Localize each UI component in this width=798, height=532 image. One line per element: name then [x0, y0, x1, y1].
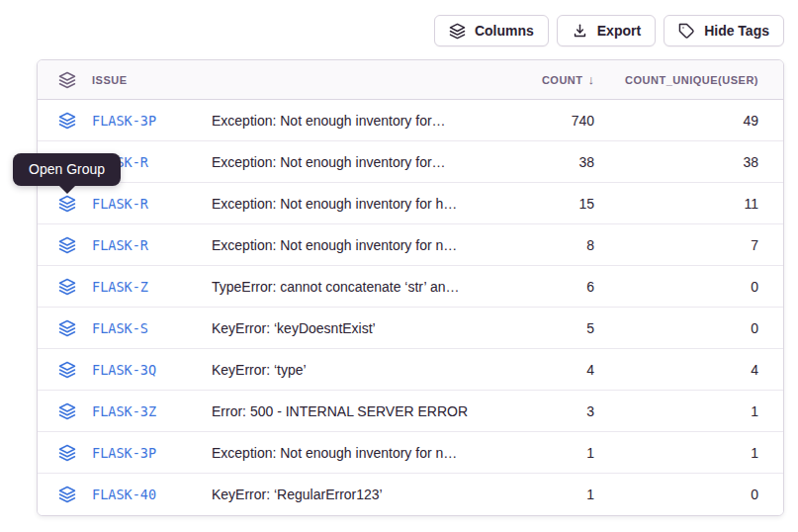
open-group-stack-icon[interactable] [58, 444, 76, 462]
open-group-stack-icon[interactable] [58, 195, 76, 213]
count-unique-value: 49 [594, 113, 758, 129]
issue-link[interactable]: FLASK-3P [92, 445, 156, 461]
table-row[interactable]: FLASK-3P Exception: Not enough inventory… [38, 100, 783, 141]
tag-icon [678, 23, 695, 40]
count-value: 38 [486, 154, 594, 170]
download-icon [572, 23, 588, 40]
count-unique-value: 11 [594, 196, 758, 212]
issue-cell: FLASK-3Q [38, 361, 212, 379]
open-group-stack-icon[interactable] [58, 402, 76, 420]
column-header-count-unique[interactable]: COUNT_UNIQUE(USER) [594, 74, 758, 86]
open-group-stack-icon[interactable] [58, 278, 76, 296]
issue-message: KeyError: ‘type’ [212, 362, 486, 378]
count-value: 1 [486, 445, 594, 461]
open-group-tooltip-label: Open Group [29, 161, 105, 177]
table-row[interactable]: FLASK-R Exception: Not enough inventory … [38, 183, 783, 224]
table-row[interactable]: FLASK-3Q KeyError: ‘type’ 4 4 [38, 349, 783, 391]
issue-link[interactable]: FLASK-3Z [92, 403, 156, 419]
issue-link[interactable]: FLASK-3Q [92, 362, 156, 378]
count-value: 1 [486, 487, 594, 502]
issue-message: Exception: Not enough inventory for… [212, 154, 486, 170]
layers-icon [449, 23, 466, 40]
issue-link[interactable]: FLASK-R [92, 196, 148, 212]
count-value: 5 [486, 320, 594, 336]
table-row[interactable]: FLASK-3P Exception: Not enough inventory… [38, 432, 783, 474]
issue-column-label[interactable]: ISSUE [92, 74, 128, 86]
issue-cell: FLASK-3P [38, 444, 212, 462]
issue-message: Exception: Not enough inventory for n… [212, 445, 486, 461]
count-unique-value: 1 [594, 445, 758, 461]
columns-button[interactable]: Columns [434, 15, 549, 46]
count-unique-value: 4 [594, 362, 758, 378]
open-group-stack-icon[interactable] [58, 361, 76, 379]
issue-link[interactable]: FLASK-R [92, 237, 148, 253]
issue-message: Error: 500 - INTERNAL SERVER ERROR [212, 403, 486, 419]
open-group-stack-icon[interactable] [58, 319, 76, 337]
count-unique-value: 7 [594, 237, 758, 253]
results-table: ISSUE COUNT↓ COUNT_UNIQUE(USER) FLASK-3P… [37, 59, 784, 516]
count-unique-value: 0 [594, 279, 758, 295]
issue-message: TypeError: cannot concatenate ‘str’ an… [212, 279, 486, 295]
issue-message: Exception: Not enough inventory for n… [212, 237, 486, 253]
toolbar: Columns Export Hide Tags [434, 15, 784, 46]
issue-message: Exception: Not enough inventory for h… [212, 196, 486, 212]
count-unique-value: 38 [594, 154, 758, 170]
hide-tags-button-label: Hide Tags [704, 23, 769, 39]
issue-message: KeyError: ‘keyDoesntExist’ [212, 320, 486, 336]
issue-link[interactable]: FLASK-Z [92, 279, 148, 295]
open-group-stack-icon[interactable] [58, 486, 76, 503]
issue-link[interactable]: FLASK-40 [92, 487, 156, 502]
export-button-label: Export [597, 23, 641, 39]
issue-cell: FLASK-40 [38, 486, 212, 503]
columns-button-label: Columns [475, 23, 534, 39]
table-row[interactable]: FLASK-40 KeyError: ‘RegularError123’ 1 0 [38, 474, 783, 515]
open-group-tooltip: Open Group [13, 153, 121, 186]
open-group-stack-icon[interactable] [58, 236, 76, 254]
table-row[interactable]: FLASK-3Z Error: 500 - INTERNAL SERVER ER… [38, 391, 783, 432]
issue-cell: FLASK-3Z [38, 402, 212, 420]
count-value: 740 [486, 113, 594, 129]
table-row[interactable]: FLASK-R Exception: Not enough inventory … [38, 224, 783, 266]
issue-cell: FLASK-3P [38, 112, 212, 130]
export-button[interactable]: Export [557, 15, 656, 46]
hide-tags-button[interactable]: Hide Tags [664, 15, 784, 46]
table-body: FLASK-3P Exception: Not enough inventory… [38, 100, 783, 515]
count-value: 8 [486, 237, 594, 253]
count-value: 4 [486, 362, 594, 378]
issue-cell: FLASK-R [38, 236, 212, 254]
issue-message: KeyError: ‘RegularError123’ [212, 487, 486, 502]
stack-icon [58, 71, 76, 89]
count-value: 3 [486, 403, 594, 419]
column-header-issue: ISSUE [38, 71, 212, 89]
count-unique-value: 0 [594, 320, 758, 336]
count-unique-column-label[interactable]: COUNT_UNIQUE(USER) [625, 74, 758, 86]
count-unique-value: 0 [594, 487, 758, 502]
count-column-label[interactable]: COUNT [542, 74, 583, 86]
count-unique-value: 1 [594, 403, 758, 419]
table-row[interactable]: FLASK-R Exception: Not enough inventory … [38, 141, 783, 183]
table-header-row: ISSUE COUNT↓ COUNT_UNIQUE(USER) [38, 60, 783, 100]
table-row[interactable]: FLASK-S KeyError: ‘keyDoesntExist’ 5 0 [38, 308, 783, 349]
issue-message: Exception: Not enough inventory for… [212, 113, 486, 129]
count-value: 15 [486, 196, 594, 212]
open-group-stack-icon[interactable] [58, 112, 76, 130]
issue-link[interactable]: FLASK-S [92, 320, 148, 336]
issue-link[interactable]: FLASK-3P [92, 113, 156, 129]
column-header-count[interactable]: COUNT↓ [486, 72, 594, 87]
issue-cell: FLASK-R [38, 195, 212, 213]
tooltip-caret [59, 186, 75, 194]
issue-cell: FLASK-Z [38, 278, 212, 296]
count-value: 6 [486, 279, 594, 295]
issue-cell: FLASK-S [38, 319, 212, 337]
table-row[interactable]: FLASK-Z TypeError: cannot concatenate ‘s… [38, 266, 783, 308]
